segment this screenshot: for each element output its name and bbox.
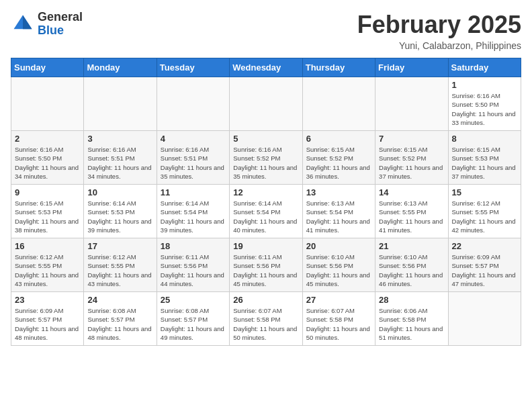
day-info: Sunrise: 6:06 AM Sunset: 5:58 PM Dayligh… [379, 306, 444, 342]
calendar-week-row: 9Sunrise: 6:15 AM Sunset: 5:53 PM Daylig… [11, 185, 521, 238]
day-number: 6 [306, 134, 371, 144]
day-number: 3 [87, 134, 152, 144]
day-info: Sunrise: 6:16 AM Sunset: 5:50 PM Dayligh… [452, 91, 517, 127]
calendar-day-cell: 3Sunrise: 6:16 AM Sunset: 5:51 PM Daylig… [84, 131, 157, 185]
day-info: Sunrise: 6:11 AM Sunset: 5:56 PM Dayligh… [233, 253, 298, 288]
day-number: 11 [161, 187, 226, 197]
day-info: Sunrise: 6:10 AM Sunset: 5:56 PM Dayligh… [379, 253, 444, 288]
calendar-day-cell: 8Sunrise: 6:15 AM Sunset: 5:53 PM Daylig… [448, 131, 521, 185]
day-info: Sunrise: 6:12 AM Sunset: 5:55 PM Dayligh… [452, 199, 517, 234]
day-of-week-header: Friday [375, 58, 448, 77]
day-number: 7 [379, 134, 444, 144]
day-number: 23 [15, 295, 80, 305]
calendar-day-cell: 10Sunrise: 6:14 AM Sunset: 5:53 PM Dayli… [84, 185, 157, 238]
day-info: Sunrise: 6:16 AM Sunset: 5:51 PM Dayligh… [87, 145, 152, 181]
day-of-week-header: Monday [84, 58, 157, 77]
day-number: 15 [452, 187, 517, 197]
calendar-day-cell: 18Sunrise: 6:11 AM Sunset: 5:56 PM Dayli… [157, 238, 229, 292]
calendar-day-cell: 1Sunrise: 6:16 AM Sunset: 5:50 PM Daylig… [448, 77, 521, 131]
calendar-day-cell [448, 292, 521, 346]
calendar-day-cell [375, 77, 448, 131]
day-info: Sunrise: 6:12 AM Sunset: 5:55 PM Dayligh… [15, 253, 80, 288]
logo-text: General Blue [38, 11, 83, 38]
calendar-day-cell [157, 77, 229, 131]
calendar-day-cell: 26Sunrise: 6:07 AM Sunset: 5:58 PM Dayli… [230, 292, 302, 346]
calendar-day-cell: 22Sunrise: 6:09 AM Sunset: 5:57 PM Dayli… [448, 238, 521, 292]
calendar-day-cell: 27Sunrise: 6:07 AM Sunset: 5:58 PM Dayli… [302, 292, 375, 346]
calendar-day-cell: 14Sunrise: 6:13 AM Sunset: 5:55 PM Dayli… [375, 185, 448, 238]
logo-general: General [38, 11, 83, 24]
day-info: Sunrise: 6:14 AM Sunset: 5:53 PM Dayligh… [87, 199, 152, 234]
calendar-day-cell [302, 77, 375, 131]
calendar: SundayMondayTuesdayWednesdayThursdayFrid… [11, 58, 521, 346]
day-info: Sunrise: 6:09 AM Sunset: 5:57 PM Dayligh… [452, 253, 517, 288]
calendar-day-cell: 15Sunrise: 6:12 AM Sunset: 5:55 PM Dayli… [448, 185, 521, 238]
day-info: Sunrise: 6:16 AM Sunset: 5:52 PM Dayligh… [233, 145, 298, 181]
day-of-week-header: Thursday [302, 58, 375, 77]
day-number: 2 [15, 134, 80, 144]
day-info: Sunrise: 6:10 AM Sunset: 5:56 PM Dayligh… [306, 253, 371, 288]
calendar-day-cell: 9Sunrise: 6:15 AM Sunset: 5:53 PM Daylig… [11, 185, 84, 238]
day-of-week-header: Tuesday [157, 58, 229, 77]
day-number: 12 [233, 187, 298, 197]
logo-blue: Blue [38, 24, 83, 38]
day-number: 13 [306, 187, 371, 197]
day-info: Sunrise: 6:07 AM Sunset: 5:58 PM Dayligh… [233, 306, 298, 342]
calendar-day-cell: 5Sunrise: 6:16 AM Sunset: 5:52 PM Daylig… [230, 131, 302, 185]
calendar-day-cell: 7Sunrise: 6:15 AM Sunset: 5:52 PM Daylig… [375, 131, 448, 185]
day-number: 19 [233, 241, 298, 251]
day-info: Sunrise: 6:08 AM Sunset: 5:57 PM Dayligh… [87, 306, 152, 342]
day-number: 9 [15, 187, 80, 197]
month-title: February 2025 [357, 11, 521, 39]
calendar-week-row: 16Sunrise: 6:12 AM Sunset: 5:55 PM Dayli… [11, 238, 521, 292]
day-info: Sunrise: 6:15 AM Sunset: 5:52 PM Dayligh… [306, 145, 371, 181]
calendar-day-cell: 2Sunrise: 6:16 AM Sunset: 5:50 PM Daylig… [11, 131, 84, 185]
svg-marker-1 [23, 15, 32, 29]
calendar-header-row: SundayMondayTuesdayWednesdayThursdayFrid… [11, 58, 521, 77]
day-number: 14 [379, 187, 444, 197]
calendar-day-cell: 21Sunrise: 6:10 AM Sunset: 5:56 PM Dayli… [375, 238, 448, 292]
day-number: 18 [161, 241, 226, 251]
day-number: 28 [379, 295, 444, 305]
calendar-day-cell: 16Sunrise: 6:12 AM Sunset: 5:55 PM Dayli… [11, 238, 84, 292]
calendar-day-cell: 25Sunrise: 6:08 AM Sunset: 5:57 PM Dayli… [157, 292, 229, 346]
header: General Blue February 2025 Yuni, Calabar… [11, 11, 521, 51]
day-info: Sunrise: 6:07 AM Sunset: 5:58 PM Dayligh… [306, 306, 371, 342]
day-number: 22 [452, 241, 517, 251]
calendar-week-row: 23Sunrise: 6:09 AM Sunset: 5:57 PM Dayli… [11, 292, 521, 346]
day-info: Sunrise: 6:13 AM Sunset: 5:55 PM Dayligh… [379, 199, 444, 234]
day-info: Sunrise: 6:08 AM Sunset: 5:57 PM Dayligh… [161, 306, 226, 342]
day-info: Sunrise: 6:12 AM Sunset: 5:55 PM Dayligh… [87, 253, 152, 288]
day-number: 25 [161, 295, 226, 305]
calendar-day-cell: 17Sunrise: 6:12 AM Sunset: 5:55 PM Dayli… [84, 238, 157, 292]
day-of-week-header: Sunday [11, 58, 84, 77]
calendar-day-cell: 11Sunrise: 6:14 AM Sunset: 5:54 PM Dayli… [157, 185, 229, 238]
calendar-day-cell: 23Sunrise: 6:09 AM Sunset: 5:57 PM Dayli… [11, 292, 84, 346]
calendar-day-cell [230, 77, 302, 131]
day-number: 17 [87, 241, 152, 251]
day-number: 10 [87, 187, 152, 197]
day-info: Sunrise: 6:15 AM Sunset: 5:52 PM Dayligh… [379, 145, 444, 181]
calendar-day-cell: 4Sunrise: 6:16 AM Sunset: 5:51 PM Daylig… [157, 131, 229, 185]
day-number: 26 [233, 295, 298, 305]
calendar-day-cell: 12Sunrise: 6:14 AM Sunset: 5:54 PM Dayli… [230, 185, 302, 238]
calendar-day-cell: 13Sunrise: 6:13 AM Sunset: 5:54 PM Dayli… [302, 185, 375, 238]
day-number: 8 [452, 134, 517, 144]
day-info: Sunrise: 6:16 AM Sunset: 5:50 PM Dayligh… [15, 145, 80, 181]
day-number: 24 [87, 295, 152, 305]
day-info: Sunrise: 6:13 AM Sunset: 5:54 PM Dayligh… [306, 199, 371, 234]
calendar-day-cell: 24Sunrise: 6:08 AM Sunset: 5:57 PM Dayli… [84, 292, 157, 346]
day-info: Sunrise: 6:14 AM Sunset: 5:54 PM Dayligh… [233, 199, 298, 234]
calendar-day-cell [84, 77, 157, 131]
page-container: General Blue February 2025 Yuni, Calabar… [11, 11, 521, 346]
day-of-week-header: Wednesday [230, 58, 302, 77]
calendar-day-cell: 28Sunrise: 6:06 AM Sunset: 5:58 PM Dayli… [375, 292, 448, 346]
calendar-day-cell: 20Sunrise: 6:10 AM Sunset: 5:56 PM Dayli… [302, 238, 375, 292]
title-block: February 2025 Yuni, Calabarzon, Philippi… [357, 11, 521, 51]
logo-icon [11, 12, 35, 36]
calendar-day-cell [11, 77, 84, 131]
calendar-day-cell: 6Sunrise: 6:15 AM Sunset: 5:52 PM Daylig… [302, 131, 375, 185]
calendar-day-cell: 19Sunrise: 6:11 AM Sunset: 5:56 PM Dayli… [230, 238, 302, 292]
day-number: 20 [306, 241, 371, 251]
day-of-week-header: Saturday [448, 58, 521, 77]
